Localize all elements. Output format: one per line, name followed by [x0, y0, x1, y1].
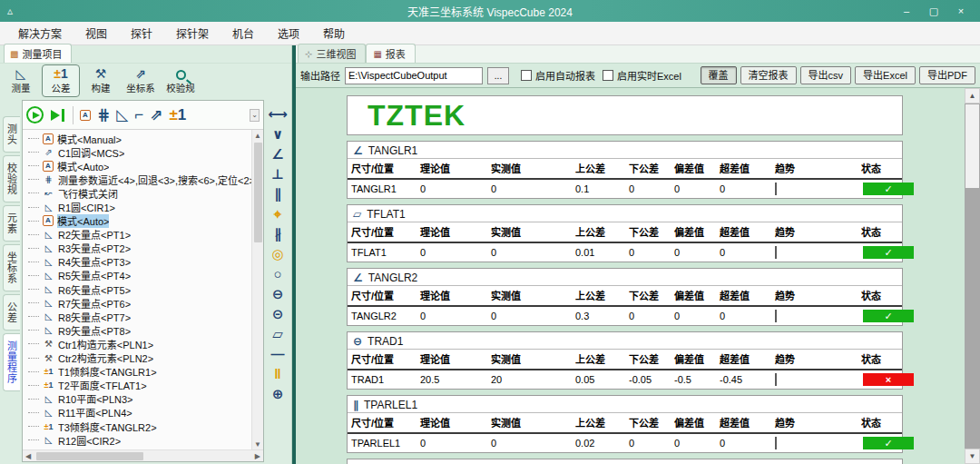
tree-item[interactable]: ◺R3矢量点<PT2>	[28, 242, 251, 255]
symmetry-icon[interactable]: ⊖	[272, 285, 284, 304]
tree-vertical-scrollbar[interactable]: ▲ ▼	[251, 130, 263, 449]
toolbar-button-测量[interactable]: ◺测量	[2, 64, 40, 97]
tree-item[interactable]: ◺R1圆<CIR1>	[28, 200, 251, 213]
auto-mode-icon[interactable]: A	[80, 110, 91, 121]
tree-item[interactable]: ◺R7矢量点<PT6>	[28, 296, 251, 310]
tree-item[interactable]: ◺R5矢量点<PT4>	[28, 269, 251, 282]
coordinate-icon[interactable]: ⇗	[150, 106, 162, 124]
perpendicularity-icon[interactable]: ⊥	[271, 165, 284, 184]
column-header: 实测值	[487, 412, 572, 434]
tree-item[interactable]: ±1T2平面度<TFLAT1>	[28, 379, 251, 392]
browse-button[interactable]: ...	[487, 67, 509, 84]
tree-item-label: R11平面<PLN4>	[58, 406, 132, 420]
button-导出PDF[interactable]: 导出PDF	[919, 66, 975, 84]
angle-icon[interactable]: ∨	[272, 125, 283, 144]
close-button[interactable]: ×	[949, 3, 973, 19]
tree-item[interactable]: ⚒Ctr1构造元素<PLN1>	[28, 337, 251, 350]
checkbox-启用自动报表[interactable]: 启用自动报表	[521, 68, 595, 83]
menu-item-视图[interactable]: 视图	[74, 23, 118, 44]
side-tab-校验规[interactable]: 校验规	[3, 155, 20, 202]
tree-hscroll-thumb[interactable]	[36, 452, 143, 460]
checkbox-启用实时Excel[interactable]: 启用实时Excel	[603, 68, 681, 83]
measure-element-icon[interactable]: ◺	[116, 106, 128, 124]
straightness-icon[interactable]: —	[271, 345, 285, 364]
menu-item-帮助[interactable]: 帮助	[312, 23, 356, 44]
tree-item[interactable]: ⇗C1回调<MCS>	[28, 145, 251, 159]
side-tab-元素[interactable]: 元素	[3, 205, 20, 242]
parallel-bars-icon[interactable]: ‖	[274, 365, 280, 384]
scroll-up-icon[interactable]: ▲	[254, 130, 261, 141]
toolbar-button-公差[interactable]: ±1公差	[42, 64, 80, 97]
scroll-down-icon[interactable]: ▼	[254, 439, 261, 449]
side-tab-测头[interactable]: 测头	[3, 116, 20, 153]
tree-item[interactable]: ◺R4矢量点<PT3>	[28, 255, 251, 269]
radius-icon[interactable]: ⊝	[272, 305, 284, 324]
report-scroll-thumb[interactable]	[965, 104, 979, 188]
side-tab-公差[interactable]: 公差	[3, 294, 20, 331]
report-vertical-scrollbar[interactable]: ▲ ▼	[965, 88, 980, 464]
tree-item[interactable]: A模式<Auto>	[28, 159, 251, 173]
true-position-icon[interactable]: ⊕	[272, 385, 284, 404]
tree-item[interactable]: ◺R11平面<PLN4>	[28, 406, 251, 420]
tree-item[interactable]: ◺R9矢量点<PT8>	[28, 323, 251, 337]
step-run-icon[interactable]	[50, 107, 66, 123]
toolbar-button-校验规[interactable]: 校验规	[162, 64, 200, 97]
button-清空报表[interactable]: 清空报表	[740, 66, 797, 84]
report-scroll-down-icon[interactable]: ▼	[965, 449, 980, 464]
tree-item[interactable]: ◺R2矢量点<PT1>	[28, 228, 251, 242]
menu-item-探针[interactable]: 探针	[120, 23, 163, 44]
corner-probe-icon[interactable]: ⌐	[134, 106, 143, 124]
line-angle-icon[interactable]: ∦	[274, 225, 281, 244]
button-覆盖[interactable]: 覆盖	[701, 66, 737, 84]
distance-icon[interactable]: ⟷	[268, 105, 288, 124]
tree-item[interactable]: ◺R12圆<CIR2>	[28, 433, 251, 447]
tree-item[interactable]: ◺R10平面<PLN3>	[28, 392, 251, 406]
tree-item[interactable]: ↜飞行模式关闭	[28, 186, 251, 200]
flatness-icon[interactable]: ▱	[272, 325, 283, 344]
tree-item[interactable]: ⋕测量参数逼近<4>,回退<3>,搜索<6>,定位<2>	[28, 173, 251, 186]
menu-item-机台[interactable]: 机台	[221, 23, 265, 44]
checkbox-box[interactable]	[521, 70, 532, 81]
report-scroll-up-icon[interactable]: ▲	[965, 88, 980, 104]
tab-报表[interactable]: ▦报表	[366, 44, 415, 63]
restore-button[interactable]: ▢	[922, 3, 946, 19]
scroll-right-icon[interactable]: ▶	[255, 452, 260, 460]
tree-vscroll-thumb[interactable]	[254, 143, 262, 242]
side-tab-测量程序[interactable]: 测量程序	[3, 333, 20, 391]
tree-item[interactable]: ±1T1倾斜度<TANGLR1>	[28, 365, 251, 379]
side-tab-坐标系[interactable]: 坐标系	[3, 244, 20, 291]
minimize-button[interactable]: –	[895, 3, 918, 19]
menu-item-解决方案[interactable]: 解决方案	[7, 23, 73, 44]
tree-item[interactable]: ±1T3倾斜度<TANGLR2>	[28, 420, 251, 433]
tree-item[interactable]: ◺R6矢量点<PT5>	[28, 282, 251, 296]
button-导出Excel[interactable]: 导出Excel	[855, 66, 916, 84]
cell-lower: 0	[625, 435, 671, 451]
dropdown-icon[interactable]: ⌄	[250, 109, 260, 122]
tab-三维视图[interactable]: ⊹三维视图	[298, 44, 366, 63]
checkbox-box[interactable]	[603, 70, 613, 81]
tab-measure-project[interactable]: ▩ 测量项目	[4, 44, 72, 63]
position-icon[interactable]: ⌖	[274, 205, 281, 224]
cell-deviation: 0	[671, 308, 716, 324]
concentricity-icon[interactable]: ◎	[271, 245, 283, 264]
tree-item[interactable]: A模式<Manual>	[28, 132, 251, 145]
cell-trend	[771, 244, 858, 261]
cell-status: ✓	[858, 434, 919, 452]
tree-horizontal-scrollbar[interactable]: ◀ ▶	[23, 449, 263, 461]
tree-item[interactable]: A模式<Auto>	[28, 214, 251, 228]
roundness-icon[interactable]: ○	[273, 265, 281, 284]
tree-item[interactable]: ◺R8矢量点<PT7>	[28, 310, 251, 323]
scroll-left-icon[interactable]: ◀	[25, 452, 31, 460]
output-path-input[interactable]	[345, 67, 483, 84]
tree-item[interactable]: ⚒Ctr2构造元素<PLN2>	[28, 351, 251, 365]
button-导出csv[interactable]: 导出csv	[800, 66, 852, 84]
toolbar-button-构建[interactable]: ⚒构建	[82, 64, 120, 97]
toolbar-button-坐标系[interactable]: ⇗坐标系	[122, 64, 160, 97]
parallelism-icon[interactable]: ∥	[274, 185, 281, 204]
tolerance-icon[interactable]: ±1	[170, 106, 187, 124]
angularity-icon[interactable]: ∠	[271, 145, 283, 164]
run-icon[interactable]	[26, 106, 44, 123]
menu-item-探针架[interactable]: 探针架	[165, 23, 220, 44]
measure-params-icon[interactable]: ⋕	[97, 106, 110, 124]
menu-item-选项[interactable]: 选项	[267, 23, 310, 44]
